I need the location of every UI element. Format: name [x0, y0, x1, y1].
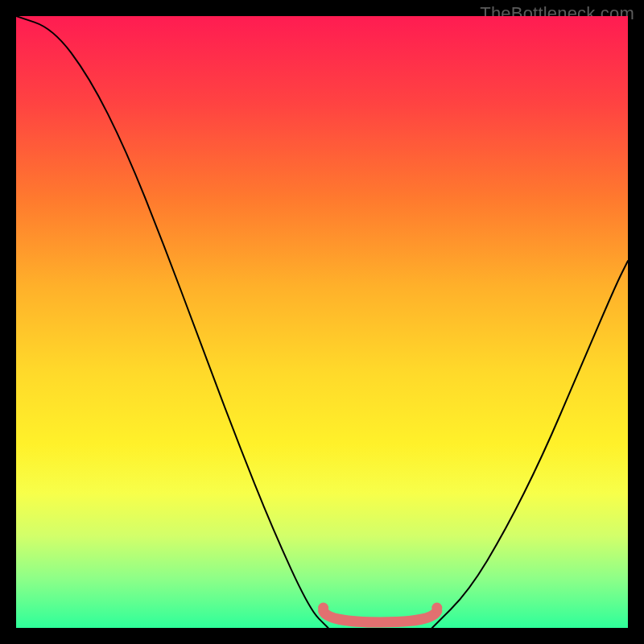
series-highlighted-flat	[324, 611, 437, 622]
series-right-rise	[432, 261, 628, 628]
chart-plot-area	[16, 16, 628, 628]
highlight-dot-start	[318, 603, 328, 613]
chart-svg	[16, 16, 628, 628]
chart-frame: TheBottleneck.com	[0, 0, 644, 644]
series-left-drop	[16, 16, 328, 628]
highlight-dot-end	[431, 603, 442, 613]
